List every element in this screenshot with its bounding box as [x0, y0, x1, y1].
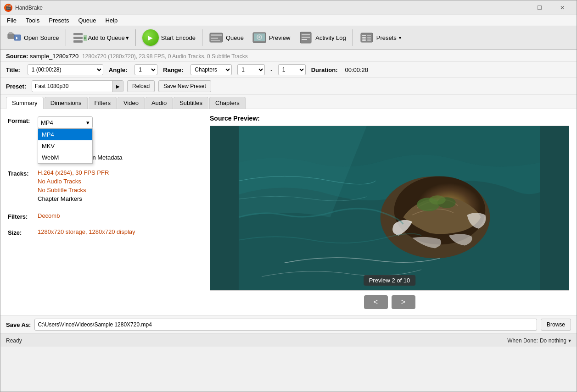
svg-rect-25	[367, 39, 371, 41]
filter-value: Decomb	[38, 212, 60, 219]
tracks-label: Tracks:	[8, 169, 38, 177]
browse-button[interactable]: Browse	[541, 319, 571, 331]
source-info: 1280x720 (1280x720), 23.98 FPS, 0 Audio …	[82, 53, 248, 60]
format-option-mp4[interactable]: MP4	[38, 129, 92, 140]
status-bar: Ready When Done: Do nothing ▾	[0, 334, 577, 347]
reload-button[interactable]: Reload	[127, 80, 155, 92]
settings-row: Title: 1 (00:00:28) Angle: 1 Range: Chap…	[0, 62, 577, 78]
saveas-row: Save As: Browse	[0, 315, 577, 334]
activity-log-button[interactable]: Activity Log	[295, 28, 349, 47]
track-audio: No Audio Tracks	[38, 178, 195, 185]
svg-rect-18	[302, 39, 307, 40]
angle-select[interactable]: 1	[134, 64, 157, 75]
start-encode-icon: ▶	[142, 29, 159, 46]
queue-icon	[209, 30, 224, 45]
preview-navigation: < >	[210, 295, 569, 309]
start-encode-button[interactable]: ▶ Start Encode	[139, 28, 199, 47]
size-content: 1280x720 storage, 1280x720 display	[38, 228, 195, 235]
svg-rect-16	[302, 34, 310, 35]
when-done-container: When Done: Do nothing ▾	[507, 337, 571, 344]
app-icon: 🎬	[4, 4, 12, 12]
range-label: Range:	[163, 66, 183, 73]
left-panel: Format: MP4 ▾ MP4 MKV WebM ✓ Pa	[0, 109, 202, 315]
status-text: Ready	[6, 337, 22, 344]
minimize-button[interactable]: —	[506, 2, 527, 13]
preview-icon	[252, 30, 267, 45]
toolbar-sep-2	[135, 29, 136, 46]
preview-prev-button[interactable]: <	[364, 295, 388, 309]
menu-presets[interactable]: Presets	[44, 16, 73, 25]
preview-next-button[interactable]: >	[392, 295, 415, 309]
when-done-dropdown-arrow[interactable]: ▾	[568, 337, 571, 344]
toolbar-sep-3	[202, 29, 202, 46]
save-new-preset-button[interactable]: Save New Preset	[158, 80, 211, 92]
preview-label: Preview	[269, 34, 290, 41]
preview-image: Preview 2 of 10	[210, 126, 569, 291]
open-source-label: Open Source	[24, 34, 59, 41]
chapter-to-select[interactable]: 1	[278, 64, 306, 75]
preset-name: Fast 1080p30	[32, 83, 112, 89]
size-storage: 1280x720 storage,	[38, 228, 87, 235]
menu-help[interactable]: Help	[101, 16, 122, 25]
menu-bar: File Tools Presets Queue Help	[0, 15, 577, 26]
svg-point-14	[258, 36, 260, 38]
tab-summary[interactable]: Summary	[6, 97, 44, 109]
close-button[interactable]: ✕	[552, 2, 573, 13]
tab-subtitles[interactable]: Subtitles	[174, 97, 208, 109]
tab-dimensions[interactable]: Dimensions	[45, 97, 88, 109]
tab-video[interactable]: Video	[118, 97, 145, 109]
format-select-container: MP4 ▾ MP4 MKV WebM	[38, 116, 195, 128]
format-label: Format:	[8, 116, 38, 124]
add-to-queue-button[interactable]: Add to Queue ▾	[69, 28, 133, 47]
format-dropdown-arrow-icon: ▾	[86, 119, 90, 126]
tracks-row: Tracks: H.264 (x264), 30 FPS PFR No Audi…	[8, 169, 195, 204]
preview-badge: Preview 2 of 10	[364, 275, 416, 286]
angle-label: Angle:	[109, 66, 127, 73]
tab-chapters[interactable]: Chapters	[209, 97, 246, 109]
tab-audio[interactable]: Audio	[146, 97, 173, 109]
title-label: Title:	[6, 66, 20, 73]
format-dropdown[interactable]: MP4 ▾	[38, 116, 93, 128]
saveas-input[interactable]	[34, 319, 537, 331]
add-to-queue-dropdown-arrow: ▾	[126, 34, 129, 41]
filters-content: Decomb	[38, 212, 195, 219]
track-subtitle: No Subtitle Tracks	[38, 187, 195, 193]
title-select[interactable]: 1 (00:00:28)	[28, 64, 103, 75]
source-filename: sample_1280x720	[30, 53, 78, 60]
svg-rect-5	[73, 40, 83, 43]
svg-rect-17	[302, 37, 310, 38]
presets-button[interactable]: Presets ▾	[356, 28, 405, 47]
main-content: Format: MP4 ▾ MP4 MKV WebM ✓ Pa	[0, 109, 577, 315]
menu-queue[interactable]: Queue	[73, 16, 101, 25]
presets-dropdown-arrow: ▾	[399, 35, 401, 40]
filters-row: Filters: Decomb	[8, 212, 195, 220]
tracks-content: H.264 (x264), 30 FPS PFR No Audio Tracks…	[38, 169, 195, 204]
ocean-svg	[210, 126, 569, 290]
menu-file[interactable]: File	[2, 16, 21, 25]
format-dropdown-menu: MP4 MKV WebM	[38, 128, 93, 164]
svg-rect-21	[362, 37, 366, 39]
open-source-button[interactable]: Open Source	[3, 28, 63, 47]
format-content: MP4 ▾ MP4 MKV WebM ✓ Passthru Common Met…	[38, 116, 195, 161]
menu-tools[interactable]: Tools	[21, 16, 44, 25]
maximize-button[interactable]: ☐	[529, 2, 550, 13]
svg-rect-2	[14, 35, 21, 40]
svg-rect-10	[211, 40, 220, 41]
format-option-mkv[interactable]: MKV	[38, 140, 92, 152]
queue-label: Queue	[226, 34, 244, 41]
queue-button[interactable]: Queue	[205, 28, 247, 47]
svg-rect-1	[9, 33, 12, 34]
duration-value: 00:00:28	[345, 66, 368, 73]
presets-label: Presets	[376, 34, 397, 41]
tab-filters[interactable]: Filters	[89, 97, 117, 109]
preset-selector[interactable]: Fast 1080p30 ▶	[32, 80, 123, 92]
preset-arrow-button[interactable]: ▶	[112, 81, 123, 92]
range-select[interactable]: Chapters	[190, 64, 232, 75]
toolbar-sep-1	[66, 29, 66, 46]
preview-button[interactable]: Preview	[248, 28, 294, 47]
format-selected-value: MP4	[41, 119, 53, 126]
format-option-webm[interactable]: WebM	[38, 152, 92, 163]
source-bar: Source: sample_1280x720 1280x720 (1280x7…	[0, 50, 577, 62]
svg-rect-3	[73, 33, 83, 35]
chapter-from-select[interactable]: 1	[237, 64, 265, 75]
